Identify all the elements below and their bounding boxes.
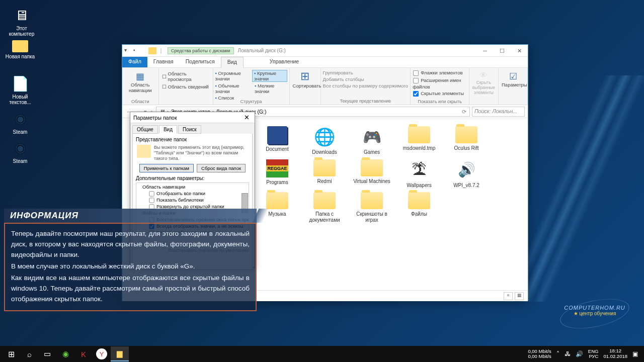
tab-view[interactable]: Вид — [159, 125, 177, 134]
file-item[interactable]: Redmi — [305, 159, 344, 189]
close-button[interactable]: ✕ — [511, 45, 528, 56]
titlebar[interactable]: ▾▪ ｜ Средства работы с дисками Локальный… — [122, 45, 528, 57]
icon-label: Steam — [3, 158, 38, 164]
folder-icon — [266, 192, 288, 209]
tab-search[interactable]: Поиск — [178, 125, 201, 134]
tab-home[interactable]: Главная — [147, 57, 180, 67]
file-label: Oculus Rift — [447, 145, 486, 151]
tree-nav-pane[interactable]: Область навигации — [137, 184, 248, 191]
ribbon-group-current-view: Группировать Добавить столбцы Все столбц… — [321, 68, 411, 105]
doc-icon — [267, 126, 287, 144]
info-p1: Теперь давайте посмотрим наш результат, … — [11, 229, 250, 260]
dialog-title: Параметры папок — [133, 115, 242, 121]
file-label: Папка с документами — [305, 211, 344, 223]
tab-view[interactable]: Вид — [221, 57, 244, 68]
tab-share[interactable]: Поделиться — [180, 57, 221, 67]
item-checkboxes[interactable]: Флажки элементов — [413, 70, 466, 76]
hidden-items[interactable]: Скрытые элементы — [413, 90, 466, 97]
taskbar: ⌕ ▭ ◉ K Y ▆ 0,00 Mbit/s 0,00 Mbit/s ˄ 🖧 … — [0, 346, 644, 362]
taskbar-app-explorer[interactable]: ▆ — [111, 346, 129, 361]
view-details-button[interactable]: ≡ — [504, 292, 513, 300]
folder-icon — [313, 192, 336, 209]
file-extensions[interactable]: Расширения имен файлов — [413, 77, 466, 89]
folder-icon — [12, 40, 28, 52]
file-item[interactable]: Скриншоты в играх — [353, 192, 391, 223]
ribbon-group-sort[interactable]: Сортировать — [290, 68, 321, 105]
tray-network-icon[interactable]: 🖧 — [565, 350, 571, 357]
apply-to-folders-button[interactable]: Применить к папкам — [139, 164, 194, 172]
file-item[interactable]: Папка с документами — [305, 192, 344, 223]
file-item[interactable]: Document — [258, 126, 296, 155]
network-meter[interactable]: 0,00 Mbit/s 0,00 Mbit/s — [528, 349, 551, 359]
size-columns[interactable]: Все столбцы по размеру содержимого — [323, 83, 409, 88]
tab-general[interactable]: Общие — [132, 125, 158, 134]
file-label: WPI_v8.7.2 — [447, 183, 486, 189]
desktop-icon-this-pc[interactable]: Этот компьютер — [4, 6, 39, 37]
taskbar-app-kaspersky[interactable]: K — [74, 346, 93, 361]
folder-options-button[interactable]: Параметры — [499, 68, 528, 105]
folder-view-desc: Вы можете применить этот вид (например, … — [154, 145, 248, 161]
reset-folders-button[interactable]: Сброс вида папок — [197, 164, 246, 172]
tab-manage[interactable]: Управление — [264, 57, 305, 67]
small-icons[interactable]: Мелкие значки — [255, 83, 287, 94]
file-item[interactable]: Downloads — [305, 126, 344, 155]
globe-icon — [312, 126, 337, 147]
file-item[interactable]: WPI_v8.7.2 — [447, 159, 486, 189]
file-label: msdownld.tmp — [400, 145, 438, 151]
tray-chevron-icon[interactable]: ˄ — [556, 350, 559, 357]
desktop-icon-new-folder[interactable]: Новая папка — [3, 40, 38, 59]
qat-item[interactable]: ▾ — [124, 47, 131, 54]
icon-label: Новый текстов... — [3, 94, 38, 105]
nav-pane-button[interactable]: Область навигации — [125, 69, 155, 95]
desktop-icon-textfile[interactable]: Новый текстов... — [3, 74, 38, 105]
desktop-icon-steam-2[interactable]: Steam — [3, 139, 38, 164]
hide-selected-button: Скрыть выбранные элементы — [469, 68, 499, 105]
contextual-tab[interactable]: Средства работы с дисками — [168, 47, 234, 54]
view-icons-button[interactable]: ▦ — [515, 292, 524, 300]
large-icons[interactable]: Крупные значки — [252, 70, 287, 82]
minimize-button[interactable]: ─ — [476, 45, 494, 56]
dialog-titlebar[interactable]: Параметры папок ✕ — [130, 112, 255, 123]
preview-pane-button[interactable]: Область просмотра — [162, 71, 210, 82]
refresh-icon[interactable]: ⟳ — [462, 109, 466, 115]
clock[interactable]: 18:12 01.02.2018 — [603, 348, 627, 359]
huge-icons[interactable]: Огромные значки — [215, 70, 249, 81]
file-item[interactable]: Файлы — [400, 192, 438, 223]
file-item[interactable]: Oculus Rift — [447, 126, 486, 155]
system-tray: 0,00 Mbit/s 0,00 Mbit/s ˄ 🖧 🔊 ENG РУС 18… — [528, 348, 642, 359]
folder-icon — [361, 159, 383, 176]
add-columns[interactable]: Добавить столбцы — [323, 76, 409, 82]
language-indicator[interactable]: ENG РУС — [588, 349, 599, 359]
taskbar-app-yandex[interactable]: Y — [96, 348, 107, 359]
maximize-button[interactable]: ☐ — [494, 45, 511, 56]
search-input[interactable]: Поиск: Локальн... — [472, 107, 525, 117]
medium-icons[interactable]: Обычные значки — [215, 83, 252, 94]
file-item[interactable]: Virtual Machines — [353, 159, 391, 189]
file-item[interactable]: REGGAEPrograms — [258, 159, 296, 189]
taskbar-app-utorrent[interactable]: ◉ — [56, 346, 74, 361]
label: Область просмотра — [168, 71, 210, 82]
desktop-icon-steam[interactable]: Steam — [3, 110, 38, 135]
search-button[interactable]: ⌕ — [20, 346, 38, 361]
info-header: ИНФОРМАЦИЯ — [4, 209, 257, 223]
tray-notifications-icon[interactable]: ▣ — [632, 350, 638, 357]
details-pane-button[interactable]: Область сведений — [162, 84, 210, 89]
group-by[interactable]: Группировать — [323, 70, 409, 75]
file-item[interactable]: msdownld.tmp — [400, 126, 438, 155]
file-item[interactable]: Wallpapers — [400, 159, 438, 189]
dialog-close-button[interactable]: ✕ — [242, 114, 252, 121]
tab-file[interactable]: Файл — [122, 57, 147, 67]
psp-icon — [360, 126, 384, 147]
tree-show-libs[interactable]: Показать библиотеки — [137, 197, 248, 204]
info-body: Теперь давайте посмотрим наш результат, … — [4, 223, 257, 311]
tray-volume-icon[interactable]: 🔊 — [576, 350, 583, 357]
file-label: Файлы — [400, 211, 438, 217]
tree-show-all[interactable]: Отобразить все папки — [137, 191, 248, 197]
folder-icon — [408, 126, 430, 143]
file-item[interactable]: Games — [353, 126, 391, 155]
start-button[interactable] — [2, 346, 20, 361]
group-label: Показать или скрыть — [411, 99, 468, 104]
taskview-button[interactable]: ▭ — [38, 346, 56, 361]
ribbon-group-layout: Огромные значкиКрупные значки Обычные зн… — [213, 68, 290, 105]
qat-item[interactable]: ▪ — [133, 47, 140, 54]
